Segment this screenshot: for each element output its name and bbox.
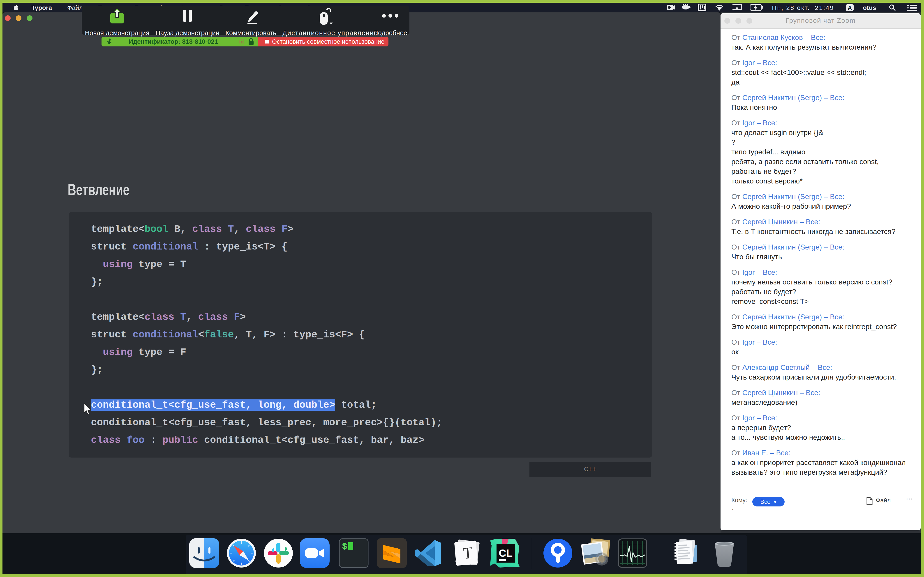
svg-text:CL: CL (499, 547, 512, 559)
svg-text:T: T (462, 544, 474, 562)
svg-text:$: $ (342, 542, 347, 551)
